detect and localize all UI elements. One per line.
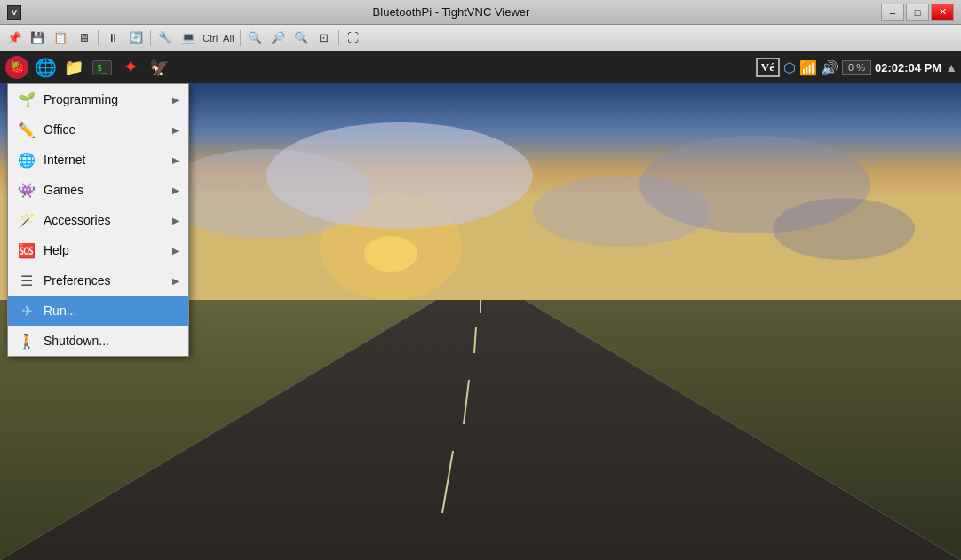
accessories-icon: 🪄 xyxy=(17,210,36,230)
scroll-up-icon[interactable]: ▲ xyxy=(945,60,957,75)
tool-zoom-fit[interactable]: ⊡ xyxy=(314,28,335,48)
run-label: Run... xyxy=(44,304,179,318)
terminal-button[interactable]: $_ xyxy=(89,54,115,81)
taskbar-left: 🍓 🌐 📁 $_ ✦ 🦅 xyxy=(0,54,172,81)
tool-zoom-in[interactable]: 🔎 xyxy=(267,28,289,48)
window-controls: – □ ✕ xyxy=(881,4,954,21)
menu-item-shutdown[interactable]: 🚶 Shutdown... xyxy=(8,326,188,356)
run-icon: ✈ xyxy=(17,301,36,320)
tool-new[interactable]: 📌 xyxy=(4,28,25,48)
internet-arrow: ▶ xyxy=(172,155,179,165)
menu-item-office[interactable]: ✏️ Office ▶ xyxy=(8,114,188,145)
shutdown-icon: 🚶 xyxy=(17,331,36,351)
tool-pause[interactable]: ⏸ xyxy=(102,28,123,48)
globe-icon: 🌐 xyxy=(35,57,57,78)
office-arrow: ▶ xyxy=(172,125,179,135)
raspi-menu-button[interactable]: 🍓 xyxy=(4,54,30,81)
tool-save[interactable]: 💾 xyxy=(27,28,48,48)
toolbar-separator-1 xyxy=(98,30,99,46)
help-arrow: ▶ xyxy=(172,246,179,256)
preferences-arrow: ▶ xyxy=(172,276,179,286)
toolbar-separator-3 xyxy=(240,30,241,46)
svg-point-7 xyxy=(773,198,915,260)
tool-refresh[interactable]: 🔄 xyxy=(125,28,147,48)
ve-indicator: Vé xyxy=(756,58,780,77)
help-label: Help xyxy=(44,243,172,257)
games-arrow: ▶ xyxy=(172,185,179,195)
tool-zoom-out[interactable]: 🔍 xyxy=(290,28,312,48)
globe-button[interactable]: 🌐 xyxy=(32,54,59,81)
menu-item-games[interactable]: 👾 Games ▶ xyxy=(8,175,188,205)
menu-item-accessories[interactable]: 🪄 Accessories ▶ xyxy=(8,205,188,235)
shutdown-label: Shutdown... xyxy=(44,334,179,348)
menu-item-run[interactable]: ✈ Run... xyxy=(8,296,188,326)
svg-point-4 xyxy=(266,122,533,229)
folder-button[interactable]: 📁 xyxy=(60,54,87,81)
bird-button[interactable]: 🦅 xyxy=(146,54,172,81)
menu-item-help[interactable]: 🆘 Help ▶ xyxy=(8,235,188,265)
games-label: Games xyxy=(44,183,172,197)
tool-display[interactable]: 🖥 xyxy=(73,28,94,48)
restore-button[interactable]: □ xyxy=(906,4,929,21)
tool-clipboard[interactable]: 📋 xyxy=(50,28,71,48)
tool-info[interactable]: 💻 xyxy=(178,28,199,48)
programming-icon: 🌱 xyxy=(17,90,36,109)
toolbar-separator-2 xyxy=(150,30,151,46)
folder-icon: 📁 xyxy=(64,58,83,77)
games-icon: 👾 xyxy=(17,180,36,200)
close-button[interactable]: ✕ xyxy=(931,4,954,21)
terminal-icon: $_ xyxy=(92,60,112,75)
menu-item-internet[interactable]: 🌐 Internet ▶ xyxy=(8,145,188,175)
taskbar-right: Vé ⬡ 📶 🔊 0 % 02:02:04 PM ▲ xyxy=(756,51,961,83)
raspi-icon: 🍓 xyxy=(5,56,28,79)
battery-indicator: 0 % xyxy=(842,60,871,75)
accessories-label: Accessories xyxy=(44,213,172,227)
minimize-button[interactable]: – xyxy=(881,4,904,21)
vnc-content: 🍓 🌐 📁 $_ ✦ 🦅 Vé ⬡ xyxy=(0,51,961,560)
clock-display: 02:02:04 PM xyxy=(875,61,941,75)
svg-point-2 xyxy=(364,236,417,272)
office-label: Office xyxy=(44,122,172,137)
toolbar-alt: Alt xyxy=(221,33,236,43)
programming-label: Programming xyxy=(44,92,172,106)
internet-icon: 🌐 xyxy=(17,150,36,170)
internet-label: Internet xyxy=(44,153,172,167)
wifi-icon: 📶 xyxy=(799,59,817,76)
toolbar-separator-4 xyxy=(338,30,339,46)
toolbar-ctrl: Ctrl xyxy=(201,33,219,43)
bird-icon: 🦅 xyxy=(149,58,169,77)
menu-item-preferences[interactable]: ☰ Preferences ▶ xyxy=(8,265,188,296)
window-title: BluetoothPi - TightVNC Viewer xyxy=(21,5,881,19)
bluetooth-icon: ⬡ xyxy=(783,59,796,76)
tool-fullscreen[interactable]: ⛶ xyxy=(343,28,364,48)
tool-options[interactable]: 🔧 xyxy=(155,28,176,48)
title-bar: V BluetoothPi - TightVNC Viewer – □ ✕ xyxy=(0,0,961,25)
math-button[interactable]: ✦ xyxy=(117,54,144,81)
vnc-taskbar: 🍓 🌐 📁 $_ ✦ 🦅 Vé ⬡ xyxy=(0,51,961,83)
tool-search[interactable]: 🔍 xyxy=(244,28,266,48)
preferences-icon: ☰ xyxy=(17,271,36,290)
star-icon: ✦ xyxy=(123,56,139,79)
programming-arrow: ▶ xyxy=(172,95,179,105)
app-icon: V xyxy=(7,5,21,20)
accessories-arrow: ▶ xyxy=(172,216,179,225)
toolbar: 📌 💾 📋 🖥 ⏸ 🔄 🔧 💻 Ctrl Alt 🔍 🔎 🔍 ⊡ ⛶ xyxy=(0,25,961,51)
volume-icon[interactable]: 🔊 xyxy=(821,59,838,76)
menu-item-programming[interactable]: 🌱 Programming ▶ xyxy=(8,84,188,114)
office-icon: ✏️ xyxy=(17,120,36,139)
application-menu: 🌱 Programming ▶ ✏️ Office ▶ 🌐 Internet ▶… xyxy=(7,83,189,357)
preferences-label: Preferences xyxy=(44,273,172,288)
help-icon: 🆘 xyxy=(17,241,36,260)
